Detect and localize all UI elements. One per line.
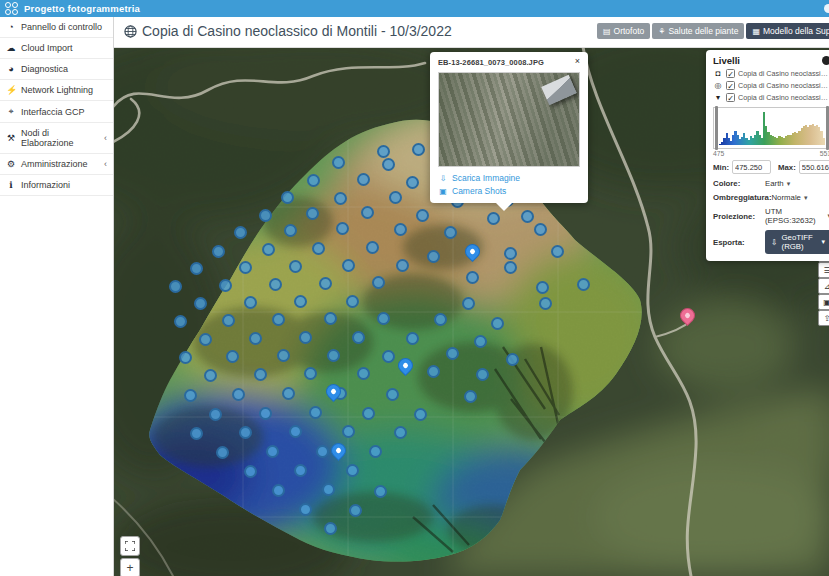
map-type-button-salute-delle-piante[interactable]: ⚘ Salute delle piante xyxy=(652,23,744,39)
camera-shot-dot[interactable] xyxy=(362,407,375,420)
layer-checkbox[interactable]: ✓ xyxy=(726,93,735,102)
camera-shot-dot[interactable] xyxy=(232,388,245,401)
camera-shot-dot[interactable] xyxy=(319,277,332,290)
layer-checkbox[interactable]: ✓ xyxy=(726,81,735,90)
camera-shot-dot[interactable] xyxy=(289,260,302,273)
camera-shot-dot[interactable] xyxy=(416,209,429,222)
camera-shot-dot[interactable] xyxy=(282,387,295,400)
camera-shot-dot[interactable] xyxy=(536,281,549,294)
sidebar-item-amministrazione[interactable]: ⚙ Amministrazione ‹ xyxy=(0,154,113,175)
sidebar-item-nodi-di-elaborazione[interactable]: ⚒ Nodi di Elaborazione ‹ xyxy=(0,123,113,154)
camera-shot-dot[interactable] xyxy=(336,222,349,235)
camera-shot-dot[interactable] xyxy=(434,313,447,326)
camera-shot-dot[interactable] xyxy=(204,369,217,382)
camera-shot-dot[interactable] xyxy=(299,503,312,516)
camera-shot-dot[interactable] xyxy=(179,351,192,364)
map-tool-button-3[interactable]: ⊿ xyxy=(818,278,829,294)
sidebar-item-cloud-import[interactable]: ☁ Cloud Import xyxy=(0,38,113,59)
camera-shot-dot[interactable] xyxy=(281,191,294,204)
camera-shot-dot[interactable] xyxy=(357,367,370,380)
map-tool-button-2[interactable]: ☰ xyxy=(818,262,829,278)
min-input[interactable] xyxy=(732,160,771,174)
camera-shot-dot[interactable] xyxy=(184,389,197,402)
camera-shot-dot[interactable] xyxy=(324,522,337,535)
camera-shot-dot[interactable] xyxy=(309,406,322,419)
sidebar-item-interfaccia-gcp[interactable]: ⌖ Interfaccia GCP xyxy=(0,101,113,123)
camera-shot-dot[interactable] xyxy=(414,408,427,421)
camera-shot-dot[interactable] xyxy=(307,174,320,187)
camera-photo-thumbnail[interactable] xyxy=(438,72,580,167)
sidebar-item-network-lightning[interactable]: ⚡ Network Lightning xyxy=(0,80,113,101)
camera-shot-dot[interactable] xyxy=(324,312,337,325)
layer-checkbox[interactable]: ✓ xyxy=(726,69,735,78)
camera-shot-dot[interactable] xyxy=(212,245,225,258)
map-tool-button-5[interactable]: ⇪ xyxy=(818,310,829,326)
camera-shot-dot[interactable] xyxy=(299,331,312,344)
camera-shot-dot[interactable] xyxy=(551,245,564,258)
camera-shot-dot[interactable] xyxy=(577,278,590,291)
camera-shot-dot[interactable] xyxy=(312,242,325,255)
camera-shot-dot[interactable] xyxy=(504,247,517,260)
camera-shot-dot[interactable] xyxy=(239,261,252,274)
camera-shot-dot[interactable] xyxy=(487,212,500,225)
camera-shot-dot[interactable] xyxy=(389,191,402,204)
camera-shot-dot[interactable] xyxy=(294,295,307,308)
camera-shot-dot[interactable] xyxy=(534,223,547,236)
map-tool-button-4[interactable]: ▣ xyxy=(818,294,829,310)
camera-shot-dot[interactable] xyxy=(446,347,459,360)
sidebar-item-informazioni[interactable]: ℹ Informazioni xyxy=(0,175,113,196)
camera-shot-dot[interactable] xyxy=(406,332,419,345)
fullscreen-button[interactable] xyxy=(120,536,140,556)
camera-shot-dot[interactable] xyxy=(244,465,257,478)
camera-shot-dot[interactable] xyxy=(272,484,285,497)
camera-shot-dot[interactable] xyxy=(289,425,302,438)
map-type-button-modello-della-superficie[interactable]: ▦ Modello della Superficie xyxy=(746,23,829,39)
camera-shot-dot[interactable] xyxy=(342,425,355,438)
camera-shot-dot[interactable] xyxy=(216,446,229,459)
camera-shot-dot[interactable] xyxy=(427,250,440,263)
camera-shot-dot[interactable] xyxy=(334,192,347,205)
camera-shot-dot[interactable] xyxy=(194,297,207,310)
camera-shot-dot[interactable] xyxy=(349,504,362,517)
map-type-button-ortofoto[interactable]: ▤ Ortofoto xyxy=(597,23,650,39)
histogram-min-slider[interactable] xyxy=(715,106,718,150)
camera-shot-dot[interactable] xyxy=(412,143,425,156)
camera-shot-dot[interactable] xyxy=(464,390,477,403)
camera-shot-dot[interactable] xyxy=(382,158,395,171)
camera-shot-dot[interactable] xyxy=(377,145,390,158)
colormap-select[interactable]: Earth ▾ xyxy=(765,179,790,188)
camera-shot-dot[interactable] xyxy=(506,353,519,366)
camera-shot-dot[interactable] xyxy=(406,176,419,189)
camera-icon[interactable]: ◘ xyxy=(713,69,723,78)
camera-shot-dot[interactable] xyxy=(476,368,489,381)
target-icon[interactable]: ◎ xyxy=(713,81,723,90)
caret-down-icon[interactable]: ▾ xyxy=(713,93,723,102)
close-icon[interactable]: × xyxy=(575,58,580,65)
camera-shot-dot[interactable] xyxy=(174,315,187,328)
camera-shot-dot[interactable] xyxy=(277,349,290,362)
panel-options-icon[interactable] xyxy=(822,56,829,65)
camera-shot-dot[interactable] xyxy=(327,349,340,362)
camera-shot-dot[interactable] xyxy=(239,426,252,439)
camera-shot-dot[interactable] xyxy=(266,445,279,458)
camera-shot-dot[interactable] xyxy=(244,296,257,309)
camera-shot-dot[interactable] xyxy=(377,312,390,325)
camera-shot-dot[interactable] xyxy=(462,297,475,310)
camera-shot-dot[interactable] xyxy=(352,331,365,344)
camera-shot-dot[interactable] xyxy=(199,333,212,346)
camera-shot-dot[interactable] xyxy=(269,278,282,291)
camera-shot-dot[interactable] xyxy=(306,207,319,220)
camera-shot-dot[interactable] xyxy=(332,156,345,169)
camera-shot-dot[interactable] xyxy=(539,297,552,310)
camera-shot-dot[interactable] xyxy=(466,271,479,284)
sidebar-item-pannello-di-controllo[interactable]: ◔ Pannello di controllo xyxy=(0,17,113,38)
camera-shot-dot[interactable] xyxy=(234,226,247,239)
camera-shot-dot[interactable] xyxy=(322,483,335,496)
camera-shot-dot[interactable] xyxy=(491,317,504,330)
camera-shot-dot[interactable] xyxy=(361,206,374,219)
camera-shot-dot[interactable] xyxy=(272,313,285,326)
camera-shot-dot[interactable] xyxy=(357,173,370,186)
shading-select[interactable]: Normale ▾ xyxy=(771,193,807,202)
camera-shot-dot[interactable] xyxy=(209,408,222,421)
projection-select[interactable]: UTM (EPSG:32632) ▾ xyxy=(765,207,829,225)
